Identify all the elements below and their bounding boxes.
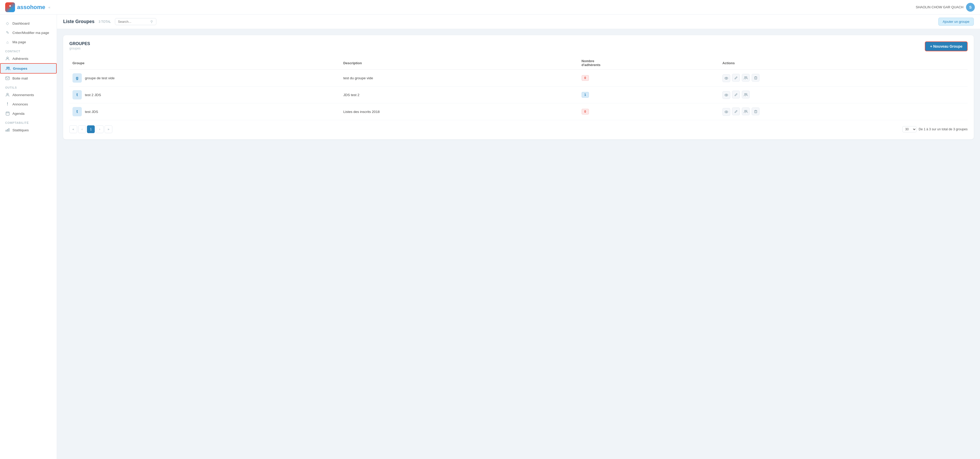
header-left: assohome « bbox=[5, 2, 51, 12]
group-name: groupe de test vide bbox=[85, 76, 115, 80]
svg-point-2 bbox=[11, 7, 12, 8]
new-group-button[interactable]: + Nouveau Groupe bbox=[925, 41, 967, 51]
svg-rect-15 bbox=[8, 128, 9, 132]
stats-icon bbox=[5, 128, 10, 132]
sidebar-item-boite-mail[interactable]: Boite mail bbox=[0, 73, 57, 83]
pagination-bar: « ‹ 1 › » 30 50 100 De 1 à 3 sur un tota… bbox=[69, 125, 967, 133]
cell-count: 1 bbox=[579, 86, 719, 104]
group-name-cell: t test 2 JDS bbox=[73, 90, 337, 99]
svg-rect-20 bbox=[754, 77, 757, 79]
svg-point-28 bbox=[746, 93, 747, 94]
view-btn[interactable] bbox=[722, 108, 730, 116]
delete-btn[interactable] bbox=[752, 74, 759, 81]
diamond-icon: ◇ bbox=[5, 21, 10, 26]
agenda-icon bbox=[5, 111, 10, 116]
search-icon: ⚲ bbox=[150, 20, 153, 24]
cell-groupe: t test 2 JDS bbox=[69, 86, 340, 104]
group-avatar: g bbox=[73, 73, 82, 83]
collapse-sidebar-btn[interactable]: « bbox=[48, 5, 51, 10]
svg-point-4 bbox=[7, 57, 8, 59]
sidebar-item-agenda[interactable]: Agenda bbox=[0, 109, 57, 118]
members-btn[interactable] bbox=[742, 91, 749, 99]
card-title-block: GROUPES groupes bbox=[69, 41, 90, 50]
members-btn[interactable] bbox=[742, 74, 749, 81]
edit-icon: ✎ bbox=[5, 30, 10, 35]
sidebar-item-label: Dashboard bbox=[13, 21, 30, 26]
svg-point-1 bbox=[8, 7, 10, 8]
svg-point-31 bbox=[745, 110, 746, 112]
members-btn[interactable] bbox=[742, 107, 749, 115]
page-title: Liste Groupes bbox=[63, 19, 94, 24]
group-name-cell: g groupe de test vide bbox=[73, 73, 337, 83]
user-avatar[interactable]: S bbox=[966, 3, 975, 12]
delete-btn[interactable] bbox=[752, 107, 759, 115]
col-actions: Actions bbox=[719, 56, 967, 70]
per-page-select[interactable]: 30 50 100 bbox=[902, 126, 916, 132]
svg-point-16 bbox=[725, 77, 728, 79]
svg-point-17 bbox=[726, 78, 727, 79]
sidebar-item-adherents[interactable]: Adhérents bbox=[0, 54, 57, 63]
view-btn[interactable] bbox=[722, 74, 730, 82]
page-next-btn[interactable]: › bbox=[96, 125, 103, 133]
group-name: test 2 JDS bbox=[85, 93, 101, 97]
page-first-btn[interactable]: « bbox=[69, 125, 77, 133]
sidebar-item-creer-page[interactable]: ✎ Créer/Modifier ma page bbox=[0, 28, 57, 37]
svg-rect-13 bbox=[6, 130, 6, 132]
page-current-btn[interactable]: 1 bbox=[87, 125, 95, 133]
edit-btn[interactable] bbox=[732, 107, 740, 115]
cell-groupe: t test JDS bbox=[69, 104, 340, 120]
svg-point-5 bbox=[7, 67, 8, 69]
home-icon: ⌂ bbox=[5, 40, 10, 44]
sidebar-item-dashboard[interactable]: ◇ Dashboard bbox=[0, 19, 57, 28]
cell-count: 0 bbox=[579, 70, 719, 86]
view-btn[interactable] bbox=[722, 91, 730, 99]
sidebar: ◇ Dashboard ✎ Créer/Modifier ma page ⌂ M… bbox=[0, 14, 57, 459]
logo-icon bbox=[5, 2, 15, 12]
outils-section-label: OUTILS bbox=[0, 83, 57, 90]
cell-actions bbox=[719, 86, 967, 104]
svg-rect-33 bbox=[754, 111, 757, 113]
header: assohome « SHAOLIN CHOW GAR QUACH S bbox=[0, 0, 980, 14]
sidebar-item-ma-page[interactable]: ⌂ Ma page bbox=[0, 37, 57, 47]
page-info-right: 30 50 100 De 1 à 3 sur un total de 3 gro… bbox=[902, 126, 967, 132]
svg-point-25 bbox=[725, 94, 728, 96]
edit-btn[interactable] bbox=[732, 91, 740, 99]
page-last-btn[interactable]: » bbox=[105, 125, 112, 133]
sidebar-item-annonces[interactable]: ! Annonces bbox=[0, 99, 57, 109]
comptabilite-section-label: COMPTABILITÉ bbox=[0, 118, 57, 125]
svg-point-18 bbox=[745, 76, 746, 78]
col-adherents: Nombre d'adhérents bbox=[579, 56, 719, 70]
contact-section-label: CONTACT bbox=[0, 47, 57, 54]
svg-rect-14 bbox=[7, 129, 8, 132]
svg-point-26 bbox=[726, 94, 727, 96]
sidebar-item-label: Ma page bbox=[13, 40, 26, 44]
sidebar-item-abonnements[interactable]: Abonnements bbox=[0, 90, 57, 99]
cell-actions bbox=[719, 104, 967, 120]
logo-text-1: asso bbox=[17, 4, 30, 10]
search-input[interactable] bbox=[118, 20, 149, 24]
svg-point-6 bbox=[8, 67, 10, 69]
adherents-badge: 0 bbox=[582, 75, 589, 81]
add-group-button[interactable]: Ajouter un groupe bbox=[938, 18, 974, 26]
svg-point-32 bbox=[746, 110, 747, 112]
edit-btn[interactable] bbox=[732, 74, 740, 81]
svg-point-29 bbox=[725, 111, 728, 113]
sidebar-item-label: Groupes bbox=[13, 67, 27, 70]
sidebar-item-label: Adhérents bbox=[13, 57, 29, 61]
cell-actions bbox=[719, 70, 967, 86]
svg-point-19 bbox=[746, 76, 747, 78]
sidebar-item-groupes[interactable]: Groupes bbox=[0, 63, 57, 73]
page-prev-btn[interactable]: ‹ bbox=[78, 125, 86, 133]
svg-point-0 bbox=[9, 5, 11, 7]
sidebar-item-label: Annonces bbox=[13, 102, 28, 106]
mail-icon bbox=[5, 76, 10, 81]
svg-point-8 bbox=[7, 93, 8, 95]
search-box[interactable]: ⚲ bbox=[115, 18, 156, 25]
table-row: t test JDS Listes des inscrits 2018 0 bbox=[69, 104, 967, 120]
logo-text: assohome bbox=[17, 4, 45, 11]
subscription-icon bbox=[5, 92, 10, 97]
sidebar-item-statitiques[interactable]: Statitiques bbox=[0, 125, 57, 135]
svg-point-27 bbox=[745, 93, 746, 94]
group-icon bbox=[6, 66, 10, 71]
sidebar-item-label: Agenda bbox=[13, 112, 25, 116]
